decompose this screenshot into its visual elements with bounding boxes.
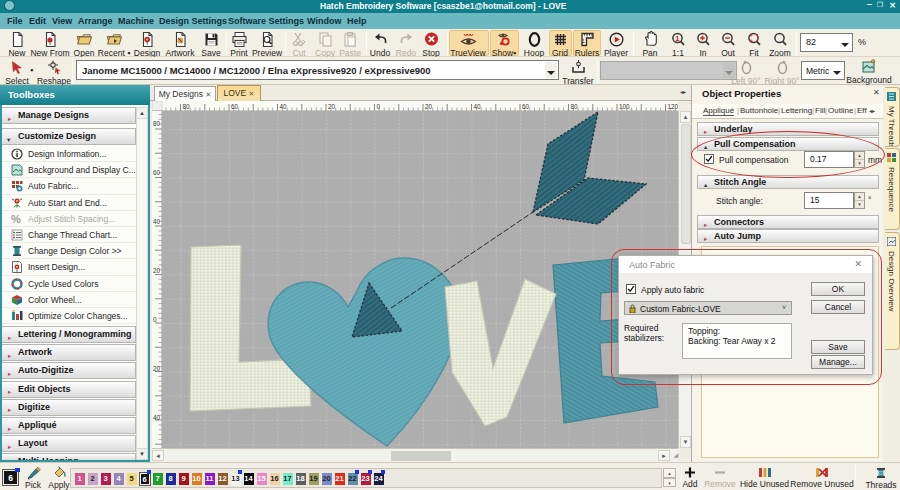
svg-text:20: 20 — [153, 267, 161, 274]
svg-text:120: 120 — [668, 103, 679, 110]
svg-text:80: 80 — [183, 103, 191, 110]
svg-text:80: 80 — [153, 120, 161, 127]
svg-text:0: 0 — [377, 103, 381, 110]
svg-text:1: 1 — [675, 34, 679, 43]
svg-text:40: 40 — [153, 414, 161, 421]
svg-text:60: 60 — [231, 103, 239, 110]
svg-text:40: 40 — [474, 103, 482, 110]
svg-text:20: 20 — [153, 365, 161, 372]
svg-text:100: 100 — [619, 103, 630, 110]
svg-text:80: 80 — [571, 103, 579, 110]
svg-text:60: 60 — [153, 169, 161, 176]
svg-text:60: 60 — [522, 103, 530, 110]
svg-text:40: 40 — [153, 218, 161, 225]
svg-text:0: 0 — [153, 316, 157, 323]
svg-text:20: 20 — [328, 103, 336, 110]
svg-text:20: 20 — [425, 103, 433, 110]
svg-text:%: % — [11, 213, 21, 225]
svg-text:40: 40 — [280, 103, 288, 110]
